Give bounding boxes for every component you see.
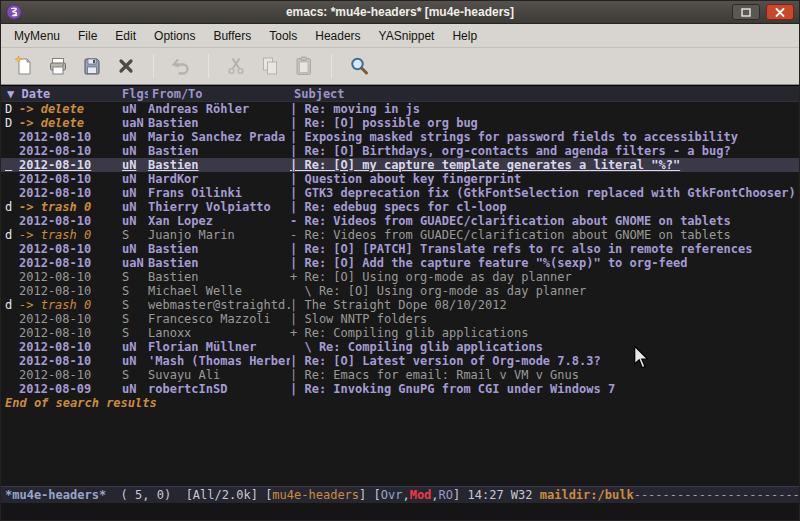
subject-cell: | Re: [O] possible org bug <box>290 116 799 130</box>
mark-cell <box>1 242 15 256</box>
message-row[interactable]: 2012-08-10 S Bastien + Re: [O] Using org… <box>1 270 799 284</box>
mark-cell <box>1 284 15 298</box>
modeline-segment-ovr: Ovr <box>381 488 403 502</box>
message-row[interactable]: 2012-08-10 S Michael Welle \ Re: [O] Usi… <box>1 284 799 298</box>
menu-item-options[interactable]: Options <box>145 25 204 47</box>
flags-cell: S <box>118 284 148 298</box>
column-header-subject[interactable]: Subject <box>290 86 799 101</box>
from-cell: Suvayu Ali <box>148 368 290 382</box>
menu-bar: MyMenuFileEditOptionsBuffersToolsHeaders… <box>1 24 799 48</box>
message-row[interactable]: 2012-08-10 uN Bastien | Re: [O] Birthday… <box>1 144 799 158</box>
subject-cell: | Question about key fingerprint <box>290 172 799 186</box>
new-file-icon <box>12 54 36 78</box>
subject-cell: | Re: Invoking GnuPG from CGI under Wind… <box>290 382 799 396</box>
menu-item-edit[interactable]: Edit <box>106 25 145 47</box>
subject-cell: | Re: [O] Add the capture feature "%(sex… <box>290 256 799 270</box>
subject-cell: | Re: edebug specs for cl-loop <box>290 200 799 214</box>
search-button[interactable] <box>343 51 375 81</box>
column-header-flags[interactable]: Flgs <box>118 86 148 101</box>
date-cell: 2012-08-10 <box>15 186 118 200</box>
mark-cell <box>1 326 15 340</box>
menu-item-help[interactable]: Help <box>443 25 486 47</box>
save-button[interactable] <box>76 51 108 81</box>
menu-item-buffers[interactable]: Buffers <box>204 25 260 47</box>
flags-cell: S <box>118 326 148 340</box>
from-cell: Bastien <box>148 116 290 130</box>
message-row[interactable]: 2012-08-10 uN HardKor | Question about k… <box>1 172 799 186</box>
copy-button <box>254 51 286 81</box>
from-cell: Florian Müllner <box>148 340 290 354</box>
menu-item-mymenu[interactable]: MyMenu <box>5 25 69 47</box>
mark-cell <box>1 312 15 326</box>
date-cell: 2012-08-09 <box>15 382 118 396</box>
menu-item-headers[interactable]: Headers <box>306 25 369 47</box>
flags-cell: S <box>118 270 148 284</box>
message-row[interactable]: 2012-08-10 S Lanoxx + Re: Compiling glib… <box>1 326 799 340</box>
from-cell: webmaster@straightd... <box>148 298 290 312</box>
menu-item-yasnippet[interactable]: YASnippet <box>370 25 444 47</box>
message-row[interactable]: 2012-08-10 uN Florian Müllner \ Re: Comp… <box>1 340 799 354</box>
menu-item-file[interactable]: File <box>69 25 106 47</box>
cut-button <box>220 51 252 81</box>
message-row[interactable]: d -> trash 0 uN Thierry Volpiatto | Re: … <box>1 200 799 214</box>
save-icon <box>80 54 104 78</box>
mark-cell <box>1 270 15 284</box>
maximize-button[interactable] <box>732 4 760 20</box>
message-row[interactable]: 2012-08-10 uaN Bastien | Re: [O] Add the… <box>1 256 799 270</box>
message-row[interactable]: D -> delete uN Andreas Röhler | Re: movi… <box>1 102 799 116</box>
paste-button <box>288 51 320 81</box>
message-row[interactable]: 2012-08-10 uN Xan Lopez - Re: Videos fro… <box>1 214 799 228</box>
column-header-date[interactable]: ▼ Date <box>1 86 118 101</box>
message-row[interactable]: 2012-08-09 uN robertcInSD | Re: Invoking… <box>1 382 799 396</box>
mode-line[interactable]: *mu4e-headers* ( 5, 0) [All/2.0k] [mu4e-… <box>1 486 799 503</box>
undo-icon <box>169 54 193 78</box>
close-button[interactable] <box>110 51 142 81</box>
modeline-segment-plain: ] <box>453 488 467 502</box>
menu-item-tools[interactable]: Tools <box>260 25 306 47</box>
date-cell: 2012-08-10 <box>15 340 118 354</box>
new-file-button[interactable] <box>8 51 40 81</box>
flags-cell: S <box>118 312 148 326</box>
subject-cell: - Re: Videos from GUADEC/clarification a… <box>290 214 799 228</box>
subject-cell: | Re: [O] Birthdays, org-contacts and ag… <box>290 144 799 158</box>
modeline-segment-plain: 14:27 W32 <box>468 488 540 502</box>
close-window-button[interactable] <box>766 4 794 20</box>
from-cell: 'Mash (Thomas Herbert) <box>148 354 290 368</box>
title-bar[interactable]: emacs: *mu4e-headers* [mu4e-headers] <box>1 1 799 24</box>
subject-cell: | Re: [O] my capture template generates … <box>290 158 799 172</box>
flags-cell: uN <box>118 130 148 144</box>
undo-button <box>165 51 197 81</box>
date-cell: -> trash 0 <box>15 200 118 214</box>
date-cell: 2012-08-10 <box>15 144 118 158</box>
message-row[interactable]: 2012-08-10 uN Bastien | Re: [O] [PATCH] … <box>1 242 799 256</box>
emacs-window: emacs: *mu4e-headers* [mu4e-headers] MyM… <box>0 0 800 521</box>
from-cell: Bastien <box>148 144 290 158</box>
headers-list: D -> delete uN Andreas Röhler | Re: movi… <box>1 102 799 396</box>
print-button[interactable] <box>42 51 74 81</box>
close-icon <box>775 8 785 17</box>
toolbar <box>1 48 799 85</box>
message-row[interactable]: d -> trash 0 S webmaster@straightd... | … <box>1 298 799 312</box>
message-row[interactable]: 2012-08-10 S Francesco Mazzoli | Slow NN… <box>1 312 799 326</box>
message-row[interactable]: 2012-08-10 uN Bastien | Re: [O] my captu… <box>1 158 799 172</box>
subject-cell: | Slow NNTP folders <box>290 312 799 326</box>
flags-cell: uN <box>118 186 148 200</box>
message-row[interactable]: D -> delete uaN Bastien | Re: [O] possib… <box>1 116 799 130</box>
subject-cell: \ Re: [O] Using org-mode as day planner <box>290 284 799 298</box>
column-header-from[interactable]: From/To <box>148 86 290 101</box>
message-row[interactable]: 2012-08-10 uN 'Mash (Thomas Herbert) | R… <box>1 354 799 368</box>
window-title: emacs: *mu4e-headers* [mu4e-headers] <box>1 5 799 19</box>
subject-cell: | Re: [O] [PATCH] Translate refs to rc a… <box>290 242 799 256</box>
flags-cell: uN <box>118 340 148 354</box>
echo-area[interactable] <box>1 503 799 520</box>
subject-cell: | The Straight Dope 08/10/2012 <box>290 298 799 312</box>
date-cell: -> delete <box>15 102 118 116</box>
message-row[interactable]: d -> trash 0 S Juanjo Marin - Re: Videos… <box>1 228 799 242</box>
message-row[interactable]: 2012-08-10 uN Frans Oilinki | GTK3 depre… <box>1 186 799 200</box>
message-row[interactable]: 2012-08-10 S Suvayu Ali | Re: Emacs for … <box>1 368 799 382</box>
message-row[interactable]: 2012-08-10 uN Mario Sanchez Prada | Expo… <box>1 130 799 144</box>
close-icon <box>114 54 138 78</box>
date-cell: 2012-08-10 <box>15 354 118 368</box>
maximize-icon <box>741 8 751 17</box>
flags-cell: uN <box>118 242 148 256</box>
